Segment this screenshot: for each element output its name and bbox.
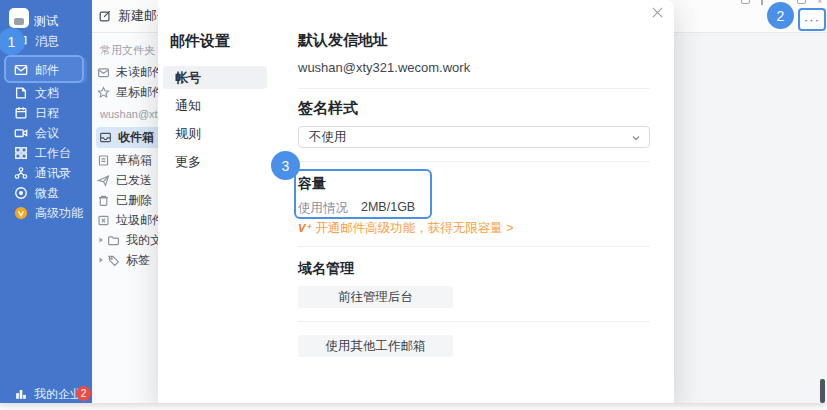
sidebar-item-drive[interactable]: 微盘 [0,183,92,203]
mail-icon [14,63,28,77]
unread-mail-icon [97,66,110,79]
clipped-toolbar-icons: × [667,0,827,8]
enterprise-unread-badge: 2 [76,386,91,401]
divider [298,246,650,247]
settings-content: 默认发信地址 wushan@xty321.wecom.work 签名样式 不使用… [298,0,650,403]
premium-icon [14,206,28,220]
drive-icon [14,186,28,200]
sidebar-item-docs[interactable]: 文档 [0,83,92,103]
trash-icon [97,194,110,207]
modal-title: 邮件设置 [170,32,230,51]
screen: 测试 消息 邮件 文档 [0,0,827,410]
domain-heading: 域名管理 [298,260,354,278]
sidebar-item-mail[interactable]: 邮件 [5,57,87,83]
sidebar-item-meeting[interactable]: 会议 [0,123,92,143]
usage-value: 2MB/1GB [361,200,415,214]
workspace-name: 测试 [34,13,58,30]
annotation-badge-2: 2 [767,2,794,29]
sidebar-item-label: 邮件 [35,62,59,79]
signature-select[interactable]: 不使用 [298,126,650,148]
section-label-common-folders: 常用文件夹 [100,43,155,58]
divider [298,161,650,162]
default-address-heading: 默认发信地址 [298,31,388,50]
nav-item-label: 已发送 [116,172,152,189]
sidebar-item-contacts[interactable]: 通讯录 [0,163,92,183]
tab-rules[interactable]: 规则 [163,122,267,145]
junk-icon [97,214,110,227]
meeting-icon [14,126,28,140]
sidebar-item-label: 会议 [35,125,59,142]
sidebar-item-label: 工作台 [35,145,71,162]
sidebar-item-label: 消息 [35,33,59,50]
sidebar-item-schedule[interactable]: 日程 [0,103,92,123]
sidebar-item-label: 通讯录 [35,165,71,182]
star-icon [97,86,110,99]
chevron-down-icon [631,133,641,143]
signature-heading: 签名样式 [298,99,358,118]
nav-item-label: 收件箱 [118,129,154,146]
annotation-badge-3: 3 [271,151,300,180]
nav-item-label: 标签 [126,252,150,269]
upsell-text: 开通邮件高级功能，获得无限容量 > [315,220,513,237]
go-to-admin-console-button[interactable]: 前往管理后台 [298,286,453,308]
sidebar-item-workbench[interactable]: 工作台 [0,143,92,163]
close-icon[interactable] [651,6,665,20]
capacity-heading: 容量 [298,175,326,193]
more-options-button[interactable]: ··· [798,8,826,31]
sidebar-footer-label: 我的企业 [34,386,82,403]
sent-icon [97,174,110,187]
tab-more[interactable]: 更多 [163,150,267,173]
calendar-icon [14,106,28,120]
nav-item-label: 草稿箱 [116,152,152,169]
nav-item-label: 未读邮件 [116,64,164,81]
folder-icon [107,234,120,247]
divider [298,88,650,89]
app-sidebar: 测试 消息 邮件 文档 [0,0,92,403]
nav-item-label: 已删除 [116,192,152,209]
app-window: 测试 消息 邮件 文档 [0,0,827,403]
mail-settings-modal: 邮件设置 帐号 通知 规则 更多 默认发信地址 wushan@xty321.we… [158,0,674,403]
sidebar-item-advanced-features[interactable]: 高级功能 [0,203,92,223]
signature-selected-option: 不使用 [309,130,347,144]
nav-item-label: 星标邮件 [116,84,164,101]
tag-icon [107,254,120,267]
sidebar-item-label: 高级功能 [35,205,83,222]
sidebar-item-label: 微盘 [35,185,59,202]
contacts-icon [14,166,28,180]
window-scrollbar[interactable] [820,379,825,403]
default-address-value: wushan@xty321.wecom.work [298,60,470,75]
docs-icon [14,86,28,100]
workspace-avatar[interactable] [9,8,29,28]
inbox-icon [99,131,112,144]
premium-upsell-link[interactable]: V⁺ 开通邮件高级功能，获得无限容量 > [298,220,513,237]
use-other-work-mailbox-button[interactable]: 使用其他工作邮箱 [298,335,453,357]
sidebar-item-label: 日程 [35,105,59,122]
tab-notifications[interactable]: 通知 [163,94,267,117]
divider [298,321,650,322]
workbench-icon [14,146,28,160]
nav-item-label: 垃圾邮件 [116,212,164,229]
mail-list-background [674,33,827,403]
compose-icon [98,9,112,23]
tab-account[interactable]: 帐号 [163,66,267,89]
premium-upgrade-icon: V⁺ [298,222,311,235]
expander-caret-icon[interactable] [97,256,105,264]
draft-icon [97,154,110,167]
usage-label: 使用情况 [298,200,348,217]
expander-caret-icon[interactable] [97,236,105,244]
sidebar-item-label: 文档 [35,85,59,102]
building-icon [14,387,28,401]
